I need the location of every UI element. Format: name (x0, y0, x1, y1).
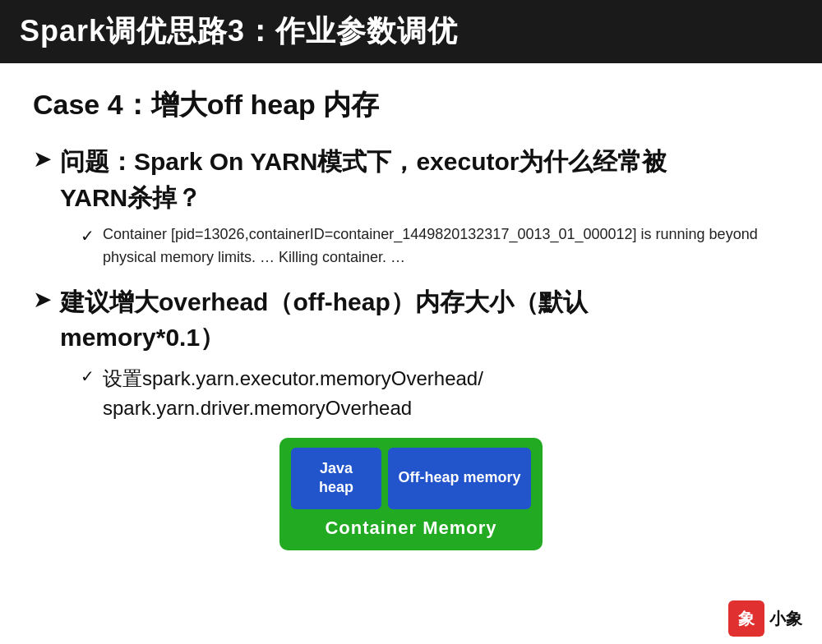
main-content: Case 4：增大off heap 内存 ➤ 问题：Spark On YARN模… (0, 63, 822, 644)
header-title: Spark调优思路3：作业参数调优 (20, 12, 458, 52)
logo-area: 象 小象 (728, 600, 802, 637)
sub-bullet-text-2: 设置spark.yarn.executor.memoryOverhead/ sp… (103, 364, 483, 423)
bullet-text-2: 建议增大overhead（off-heap）内存大小（默认 memory*0.1… (60, 284, 588, 356)
checkmark-icon-1: ✓ (81, 226, 95, 246)
header-bar: Spark调优思路3：作业参数调优 (0, 0, 822, 63)
logo-icon: 象 (728, 600, 764, 637)
logo-text: 小象 (769, 608, 802, 630)
sub-bullet-item-1: ✓ Container [pid=13026,containerID=conta… (81, 223, 789, 269)
container-memory-label: Container Memory (291, 518, 531, 539)
java-heap-box: Java heap (291, 448, 381, 509)
bullet-arrow-1: ➤ (33, 145, 52, 172)
bullet-section-1: ➤ 问题：Spark On YARN模式下，executor为什么经常被 YAR… (33, 144, 789, 269)
case-heading: Case 4：增大off heap 内存 (33, 86, 789, 124)
bullet-section-2: ➤ 建议增大overhead（off-heap）内存大小（默认 memory*0… (33, 284, 789, 423)
bullet-arrow-2: ➤ (33, 286, 52, 313)
sub-bullets-2: ✓ 设置spark.yarn.executor.memoryOverhead/ … (81, 364, 789, 423)
sub-bullet-item-2: ✓ 设置spark.yarn.executor.memoryOverhead/ … (81, 364, 789, 423)
bullet-text-1: 问题：Spark On YARN模式下，executor为什么经常被 YARN杀… (60, 144, 667, 215)
container-diagram-wrapper: Java heap Off-heap memory Container Memo… (33, 438, 789, 550)
bullet-main-1: ➤ 问题：Spark On YARN模式下，executor为什么经常被 YAR… (33, 144, 789, 215)
bullet-main-2: ➤ 建议增大overhead（off-heap）内存大小（默认 memory*0… (33, 284, 789, 356)
sub-bullets-1: ✓ Container [pid=13026,containerID=conta… (81, 223, 789, 269)
container-memory-box: Java heap Off-heap memory Container Memo… (279, 438, 543, 550)
offheap-box: Off-heap memory (388, 448, 531, 509)
checkmark-icon-2: ✓ (81, 366, 95, 386)
container-inner-row: Java heap Off-heap memory (291, 448, 531, 509)
sub-bullet-text-1: Container [pid=13026,containerID=contain… (103, 223, 789, 269)
